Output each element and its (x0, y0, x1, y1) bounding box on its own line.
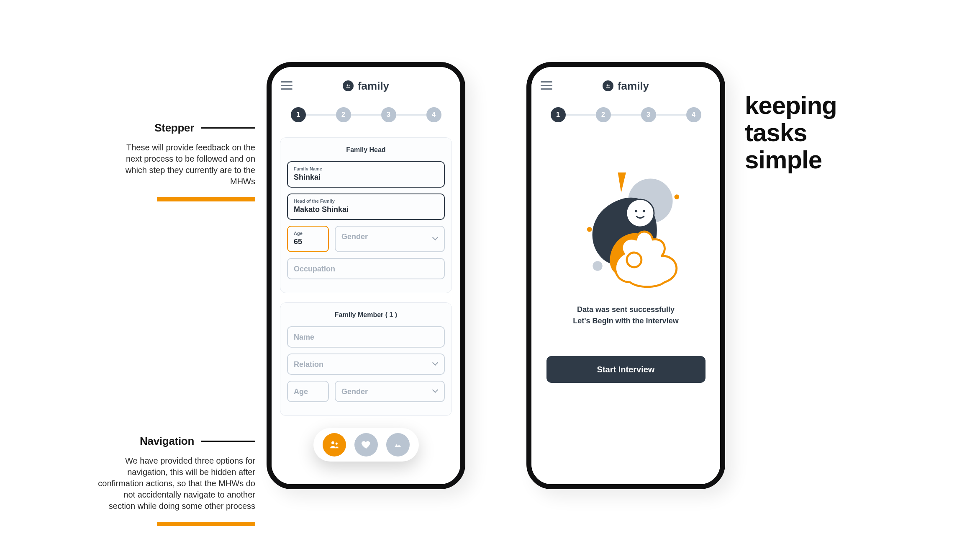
brand-text: family (618, 80, 649, 93)
gender-placeholder: Gender (341, 232, 438, 241)
step-3[interactable]: 3 (641, 107, 656, 122)
step-line (351, 114, 381, 116)
nav-family-button[interactable] (323, 433, 346, 457)
svg-point-15 (635, 210, 637, 212)
phone-form: family 1 2 3 4 Family Head Family Name S… (267, 62, 465, 489)
svg-point-5 (606, 85, 608, 86)
annotation-rule (201, 127, 255, 129)
occupation-placeholder: Occupation (294, 265, 438, 273)
brand-text: family (358, 80, 389, 93)
success-text: Data was sent successfully Let's Begin w… (573, 304, 678, 327)
annotation-rule (201, 441, 255, 442)
head-value: Makato Shinkai (294, 205, 438, 214)
annotation-accent-bar (157, 197, 255, 201)
svg-point-8 (593, 261, 602, 271)
screen-form: family 1 2 3 4 Family Head Family Name S… (272, 67, 460, 484)
head-label: Head of the Family (294, 199, 438, 204)
annotation-navigation-body: We have provided three options for navig… (96, 455, 255, 512)
annotation-stepper-body: These will provide feedback on the next … (117, 142, 255, 187)
step-line (611, 114, 641, 116)
mountain-icon (392, 439, 404, 451)
phone-success: family 1 2 3 4 (526, 62, 725, 489)
member-name-field[interactable]: Name (287, 326, 445, 348)
stepper: 1 2 3 4 (531, 105, 720, 133)
member-name-placeholder: Name (294, 333, 438, 342)
chevron-down-icon (433, 389, 439, 395)
step-3[interactable]: 3 (381, 107, 396, 122)
nav-environment-button[interactable] (386, 433, 410, 457)
annotation-navigation: Navigation We have provided three option… (96, 435, 255, 526)
nav-health-button[interactable] (354, 433, 378, 457)
family-icon (603, 80, 613, 91)
success-illustration (557, 158, 695, 292)
head-field[interactable]: Head of the Family Makato Shinkai (287, 193, 445, 220)
step-line (396, 114, 426, 116)
hamburger-icon[interactable] (541, 81, 552, 90)
age-value: 65 (294, 237, 322, 246)
step-line (566, 114, 596, 116)
occupation-field[interactable]: Occupation (287, 258, 445, 279)
heart-icon (360, 439, 372, 451)
svg-point-10 (674, 194, 679, 199)
svg-point-3 (335, 443, 337, 445)
card-family-member: Family Member ( 1 ) Name Relation Age Ge… (280, 302, 452, 416)
family-name-field[interactable]: Family Name Shinkai (287, 161, 445, 188)
card-title-family-member: Family Member ( 1 ) (287, 311, 445, 319)
floating-nav (313, 428, 419, 462)
svg-point-2 (331, 441, 334, 444)
age-label: Age (294, 231, 322, 236)
app-brand: family (343, 80, 389, 93)
annotation-stepper-title: Stepper (154, 121, 194, 134)
family-name-label: Family Name (294, 166, 438, 171)
people-icon (328, 439, 340, 451)
hamburger-icon[interactable] (281, 81, 292, 90)
svg-marker-12 (618, 173, 626, 193)
card-title-family-head: Family Head (287, 146, 445, 154)
member-relation-placeholder: Relation (294, 360, 438, 369)
step-4[interactable]: 4 (426, 107, 441, 122)
age-field[interactable]: Age 65 (287, 226, 329, 252)
app-brand: family (603, 80, 649, 93)
svg-point-14 (626, 199, 654, 227)
card-family-head: Family Head Family Name Shinkai Head of … (280, 137, 452, 293)
step-1[interactable]: 1 (551, 107, 566, 122)
family-icon (343, 80, 354, 91)
chevron-down-icon (433, 236, 439, 242)
svg-point-6 (608, 85, 610, 86)
step-1[interactable]: 1 (291, 107, 306, 122)
member-gender-placeholder: Gender (341, 387, 438, 396)
success-line2: Let's Begin with the Interview (573, 315, 678, 327)
step-line (306, 114, 336, 116)
stage: Stepper These will provide feedback on t… (0, 0, 980, 552)
stepper: 1 2 3 4 (272, 105, 460, 133)
annotation-stepper: Stepper These will provide feedback on t… (117, 121, 255, 201)
annotation-navigation-title: Navigation (140, 435, 194, 448)
success-content: Data was sent successfully Let's Begin w… (531, 133, 720, 484)
member-age-placeholder: Age (294, 387, 322, 396)
start-interview-label: Start Interview (597, 365, 655, 374)
svg-point-11 (587, 227, 592, 232)
svg-point-17 (626, 253, 641, 267)
gender-select[interactable]: Gender (335, 226, 445, 252)
svg-point-0 (346, 85, 348, 86)
svg-point-4 (393, 440, 403, 449)
family-name-value: Shinkai (294, 173, 438, 182)
svg-point-1 (349, 85, 350, 86)
step-2[interactable]: 2 (336, 107, 351, 122)
step-line (656, 114, 686, 116)
app-header: family (531, 67, 720, 105)
annotation-accent-bar (157, 522, 255, 526)
success-line1: Data was sent successfully (573, 304, 678, 315)
page-heading: keeping tasks simple (745, 92, 837, 173)
app-header: family (272, 67, 460, 105)
chevron-down-icon (433, 361, 439, 367)
member-relation-select[interactable]: Relation (287, 353, 445, 375)
svg-point-16 (642, 210, 645, 212)
step-4[interactable]: 4 (686, 107, 701, 122)
member-age-field[interactable]: Age (287, 381, 329, 402)
screen-success: family 1 2 3 4 (531, 67, 720, 484)
member-gender-select[interactable]: Gender (335, 381, 445, 402)
start-interview-button[interactable]: Start Interview (546, 356, 705, 383)
step-2[interactable]: 2 (596, 107, 611, 122)
